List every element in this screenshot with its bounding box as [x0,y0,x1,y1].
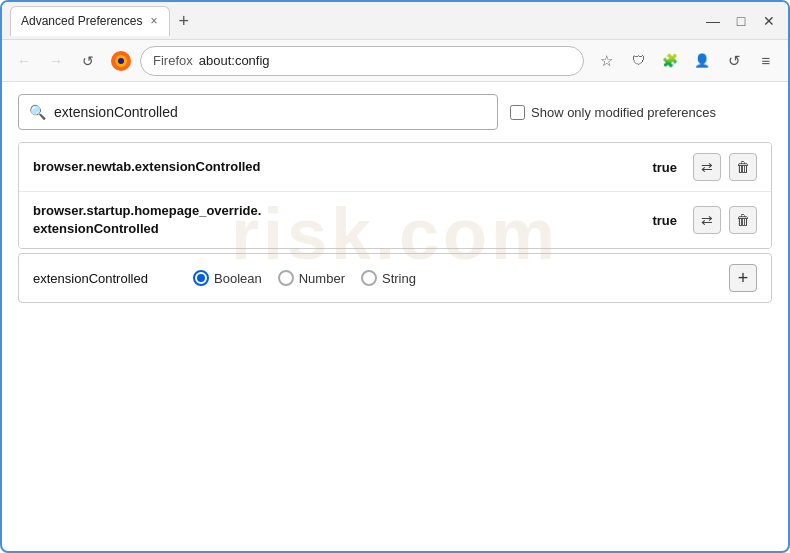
delete-icon-2: 🗑 [736,212,750,228]
forward-icon: → [49,53,63,69]
delete-button-1[interactable]: 🗑 [729,153,757,181]
forward-button[interactable]: → [42,47,70,75]
radio-boolean-circle [193,270,209,286]
delete-button-2[interactable]: 🗑 [729,206,757,234]
reload-button[interactable]: ↺ [74,47,102,75]
firefox-logo [110,50,132,72]
minimize-button[interactable]: — [702,10,724,32]
browser-tab[interactable]: Advanced Preferences × [10,6,170,36]
show-modified-label[interactable]: Show only modified preferences [510,105,716,120]
shield-button[interactable]: 🛡 [624,47,652,75]
svg-point-2 [118,58,124,64]
content-area: 🔍 Show only modified preferences browser… [2,82,788,315]
pref-value-1: true [652,160,677,175]
content-wrapper: 🔍 Show only modified preferences browser… [2,82,788,315]
delete-icon-1: 🗑 [736,159,750,175]
swap-icon-2: ⇄ [701,212,713,228]
add-preference-button[interactable]: + [729,264,757,292]
search-icon: 🔍 [29,104,46,120]
pref-name-2-line2: extensionControlled [33,221,159,236]
swap-button-2[interactable]: ⇄ [693,206,721,234]
radio-string-circle [361,270,377,286]
menu-icon: ≡ [762,52,771,69]
shield-icon: 🛡 [632,53,645,68]
sync-button[interactable]: ↺ [720,47,748,75]
close-button[interactable]: ✕ [758,10,780,32]
tab-title: Advanced Preferences [21,14,142,28]
table-row: browser.startup.homepage_override. exten… [19,192,771,248]
new-tab-button[interactable]: + [178,12,189,30]
pref-name-2-line1: browser.startup.homepage_override. [33,203,261,218]
type-boolean[interactable]: Boolean [193,270,262,286]
swap-icon-1: ⇄ [701,159,713,175]
reload-icon: ↺ [82,53,94,69]
menu-button[interactable]: ≡ [752,47,780,75]
window-controls: — □ ✕ [702,10,780,32]
sync-icon: ↺ [728,52,741,70]
back-button[interactable]: ← [10,47,38,75]
radio-string-label: String [382,271,416,286]
show-modified-checkbox[interactable] [510,105,525,120]
extension-button[interactable]: 🧩 [656,47,684,75]
search-input[interactable] [54,104,487,120]
new-pref-name: extensionControlled [33,271,173,286]
pref-value-2: true [652,213,677,228]
address-bar[interactable]: Firefox about:config [140,46,584,76]
profile-button[interactable]: 👤 [688,47,716,75]
nav-icons: ☆ 🛡 🧩 👤 ↺ ≡ [592,47,780,75]
table-row: browser.newtab.extensionControlled true … [19,143,771,192]
pref-name-2: browser.startup.homepage_override. exten… [33,202,652,238]
url-display: about:config [199,53,270,68]
search-box[interactable]: 🔍 [18,94,498,130]
pref-name-1: browser.newtab.extensionControlled [33,158,652,176]
add-preference-row: extensionControlled Boolean Number Strin… [18,253,772,303]
type-radio-group: Boolean Number String [193,270,416,286]
title-bar: Advanced Preferences × + — □ ✕ [2,2,788,40]
show-modified-text: Show only modified preferences [531,105,716,120]
search-row: 🔍 Show only modified preferences [18,94,772,130]
pref-actions-1: ⇄ 🗑 [693,153,757,181]
bookmark-icon: ☆ [600,52,613,70]
maximize-button[interactable]: □ [730,10,752,32]
add-icon: + [738,268,749,289]
back-icon: ← [17,53,31,69]
profile-icon: 👤 [694,53,710,68]
pref-actions-2: ⇄ 🗑 [693,206,757,234]
swap-button-1[interactable]: ⇄ [693,153,721,181]
browser-name: Firefox [153,53,193,68]
bookmark-button[interactable]: ☆ [592,47,620,75]
preferences-table: browser.newtab.extensionControlled true … [18,142,772,249]
nav-bar: ← → ↺ Firefox about:config ☆ 🛡 🧩 👤 ↺ ≡ [2,40,788,82]
type-number[interactable]: Number [278,270,345,286]
extension-icon: 🧩 [662,53,678,68]
radio-number-label: Number [299,271,345,286]
tab-close-button[interactable]: × [148,14,159,28]
type-string[interactable]: String [361,270,416,286]
radio-boolean-label: Boolean [214,271,262,286]
radio-number-circle [278,270,294,286]
